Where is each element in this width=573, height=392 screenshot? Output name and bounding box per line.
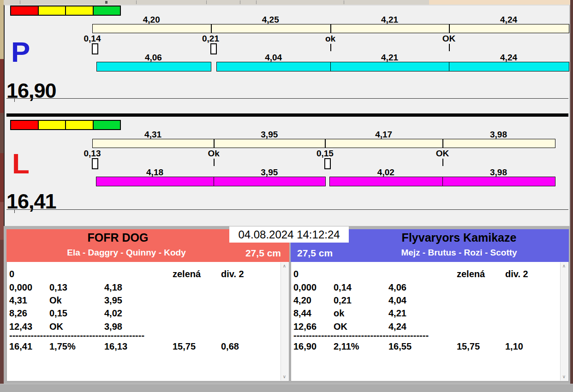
lane-l-traffic-lights — [10, 120, 121, 130]
net-time-bar-segment — [216, 62, 331, 71]
crossing-time-label: OK — [442, 34, 456, 44]
traffic-light-1 — [38, 121, 66, 129]
sliver-block — [0, 153, 4, 202]
traffic-light-2 — [65, 6, 93, 15]
traffic-light-0 — [11, 6, 38, 15]
gross-split-label: 4,21 — [330, 15, 449, 24]
sliver-block — [0, 113, 4, 153]
scrollbar-down-icon[interactable]: ∨ — [281, 373, 288, 380]
result-cell: zelená — [457, 269, 485, 279]
crossing-marker-tick — [449, 44, 450, 51]
net-split-label: 4,02 — [329, 167, 443, 176]
summary-cell: 0,68 — [221, 341, 239, 352]
lane-p-notch — [14, 99, 15, 102]
result-cell: Ok — [49, 295, 62, 306]
gross-bar-separator — [330, 24, 331, 33]
net-time-bar-segment — [96, 62, 212, 71]
result-row: 8,260,154,02 — [7, 308, 281, 320]
net-split-label: 4,04 — [216, 53, 330, 61]
result-cell: 0 — [9, 269, 14, 279]
crossing-time-label: OK — [436, 148, 449, 159]
lane-l-total-time: 16,41 — [6, 191, 56, 212]
date-time-display: 04.08.2024 14:12:24 — [229, 226, 349, 243]
result-cell: 8,44 — [293, 308, 311, 319]
lane-l-time-chart: 4,310,134,183,95Ok3,954,170,154,023,98OK… — [92, 130, 568, 188]
net-time-bar-segment — [329, 177, 444, 186]
traffic-light-1 — [38, 6, 66, 15]
gross-split-label: 3,98 — [442, 130, 555, 138]
summary-cell: 1,75% — [49, 341, 76, 352]
net-time-bar-segment — [449, 62, 569, 71]
gross-bar-separator — [214, 139, 215, 148]
background-window-left-sliver — [0, 0, 4, 392]
result-cell: 0,000 — [9, 282, 32, 293]
net-split-label: 4,24 — [449, 53, 568, 61]
result-cell: 4,31 — [9, 295, 27, 306]
lane-l-notch — [14, 210, 15, 213]
team-right-scrollbar[interactable]: ∧ ∨ — [560, 262, 568, 380]
toolbar-separator — [206, 0, 207, 4]
team-right-name: Flyvaryors Kamikaze — [349, 230, 569, 245]
team-right-jump-height: 27,5 cm — [297, 247, 333, 259]
traffic-light-2 — [65, 121, 93, 129]
result-cell: 4,02 — [104, 308, 122, 319]
toolbar-separator — [136, 0, 137, 4]
team-right-dogs: Mejz - Brutus - Rozi - Scotty — [349, 247, 569, 259]
result-cell: 4,04 — [388, 295, 406, 306]
summary-cell: 16,41 — [9, 341, 32, 352]
lane-divider — [6, 113, 568, 117]
gross-split-label: 4,31 — [92, 130, 214, 138]
screenshot-root: 4,200,144,064,250,214,044,21ok4,214,24OK… — [0, 0, 573, 392]
summary-cell: 16,55 — [388, 341, 412, 352]
crossing-marker-tick — [442, 159, 443, 166]
summary-row: 16,902,11%16,5515,751,10 — [291, 341, 561, 353]
crossing-marker-tick — [214, 159, 215, 166]
scrollbar-up-icon[interactable]: ∧ — [561, 262, 567, 270]
result-cell: 0 — [293, 269, 298, 279]
result-row: 8,44ok4,21 — [291, 308, 561, 320]
team-right-results-table: 0zelenádiv. 20,0000,144,064,200,214,048,… — [291, 262, 561, 381]
crossing-time-label: ok — [325, 34, 335, 44]
result-cell: 8,26 — [9, 308, 27, 319]
traffic-light-3 — [93, 121, 120, 129]
summary-row: 16,411,75%16,1315,750,68 — [7, 341, 281, 353]
toolbar-separator — [20, 0, 20, 4]
toolbar-separator — [256, 0, 257, 4]
background-window-right-sliver — [570, 0, 573, 392]
result-cell: 4,18 — [104, 282, 122, 293]
lane-p-traffic-lights — [10, 6, 121, 16]
summary-cell: 1,10 — [505, 341, 523, 352]
result-cell: ok — [334, 308, 344, 319]
result-row: 0zelenádiv. 2 — [7, 269, 281, 281]
sliver-block — [0, 202, 4, 240]
gross-split-label: 4,20 — [92, 15, 211, 24]
net-time-bar-segment — [442, 177, 555, 186]
team-right-results-pane[interactable]: 0zelenádiv. 20,0000,144,064,200,214,048,… — [291, 262, 569, 381]
crossing-time-label: 0,15 — [316, 148, 334, 159]
net-split-label: 4,18 — [96, 167, 214, 176]
crossing-marker-box — [210, 43, 217, 54]
scrollbar-down-icon[interactable]: ∨ — [561, 373, 567, 380]
net-time-bar-segment — [96, 177, 215, 186]
team-left-results-pane[interactable]: 0zelenádiv. 20,0000,134,184,31Ok3,958,26… — [6, 262, 289, 381]
net-split-label: 4,21 — [330, 53, 449, 61]
net-split-label: 3,95 — [214, 167, 325, 176]
crossing-marker-tick — [330, 44, 331, 51]
scrollbar-up-icon[interactable]: ∧ — [281, 262, 288, 270]
net-split-label: 3,98 — [442, 167, 555, 176]
toolbar-separator — [240, 0, 240, 4]
traffic-light-0 — [11, 121, 38, 129]
lane-l-letter: L — [12, 149, 30, 178]
lane-l-underline — [6, 209, 568, 210]
result-row: 4,200,214,04 — [291, 295, 561, 307]
traffic-light-3 — [93, 6, 120, 15]
lane-p-letter: P — [11, 38, 30, 66]
team-left-scrollbar[interactable]: ∧ ∨ — [281, 262, 288, 380]
results-divider-dashes: ----------------------------------------… — [9, 330, 144, 341]
lane-p-time-chart: 4,200,144,064,250,214,044,21ok4,214,24OK… — [92, 15, 568, 73]
summary-cell: 16,13 — [104, 341, 127, 352]
team-left-jump-height: 27,5 cm — [245, 247, 281, 259]
results-divider-dashes: ----------------------------------------… — [293, 330, 429, 341]
crossing-time-label: Ok — [208, 148, 220, 159]
window-bottom-edge — [0, 384, 573, 392]
